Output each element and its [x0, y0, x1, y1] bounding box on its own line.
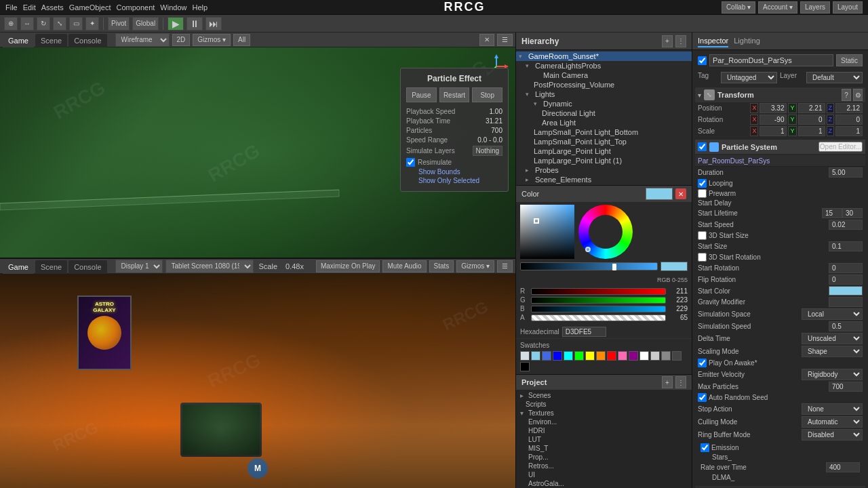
ps-looping-check[interactable]	[698, 179, 707, 188]
ps-3d-rotation-check[interactable]	[698, 253, 707, 262]
ps-lifetime-val1[interactable]	[822, 208, 842, 218]
tag-dropdown[interactable]: Untagged	[721, 72, 777, 83]
scene-all-button[interactable]: All	[233, 34, 250, 46]
swatch-2[interactable]	[542, 351, 551, 361]
ps-lifetime-val2[interactable]	[842, 208, 863, 218]
swatch-12[interactable]	[650, 351, 660, 361]
tree-item-lamp-large[interactable]: LampLarge_Point Light	[516, 146, 692, 156]
menu-edit[interactable]: Edit	[23, 3, 36, 12]
ps-rate-input[interactable]	[826, 462, 860, 472]
scene-gizmos-button[interactable]: Gizmos ▾	[193, 34, 231, 46]
global-button[interactable]: Global	[132, 17, 159, 30]
gizmos-btn[interactable]: Gizmos ▾	[456, 260, 494, 272]
sc-y-val[interactable]: 1	[798, 126, 825, 136]
static-btn[interactable]: Static	[836, 54, 863, 66]
tree-item-main-camera[interactable]: Main Camera	[516, 70, 692, 80]
swatch-9[interactable]	[618, 351, 627, 361]
account-button[interactable]: Account ▾	[758, 1, 797, 14]
tree-item-gameroom[interactable]: ▾ GameRoom_Sunset*	[516, 52, 692, 61]
rect-tool-btn[interactable]: ▭	[69, 17, 83, 30]
rot-x-val[interactable]: -90	[760, 115, 787, 125]
game-menu-btn[interactable]: ☰	[497, 260, 513, 272]
ps-open-editor-btn[interactable]: Open Editor...	[818, 142, 863, 152]
display-dropdown[interactable]: Display 1	[115, 260, 163, 273]
layout-button[interactable]: Layout	[833, 1, 863, 14]
inspector-tab-inspector[interactable]: Inspector	[698, 35, 728, 47]
hierarchy-menu-btn[interactable]: ⋮	[675, 35, 686, 47]
ps-emission-check[interactable]	[701, 443, 709, 452]
rotate-tool-btn[interactable]: ↻	[37, 17, 50, 30]
ps-prewarm-check[interactable]	[698, 189, 707, 198]
2d-button[interactable]: 2D	[172, 34, 191, 46]
project-menu-btn[interactable]: ⋮	[675, 376, 686, 388]
tree-item-lamp-large-1[interactable]: LampLarge_Point Light (1)	[516, 156, 692, 165]
proj-hdri[interactable]: HDRI	[516, 426, 692, 435]
particle-resimulate-check[interactable]	[406, 158, 415, 167]
tree-item-probes[interactable]: ▸ Probes	[516, 165, 692, 175]
ps-stop-action-dropdown[interactable]: None	[802, 403, 863, 415]
color-picker-close[interactable]: ✕	[675, 188, 686, 199]
swatch-8[interactable]	[607, 351, 616, 361]
transform-tool-btn[interactable]: ⊕	[4, 17, 18, 30]
multi-tool-btn[interactable]: ✦	[85, 17, 99, 30]
scene-close-btn[interactable]: ✕	[479, 34, 494, 46]
ps-3d-size-check[interactable]	[698, 231, 707, 240]
hex-input[interactable]	[562, 327, 606, 337]
transform-settings-btn[interactable]: ⚙	[853, 89, 863, 101]
ps-start-color-swatch[interactable]	[829, 286, 863, 296]
mute-btn[interactable]: Mute Audio	[382, 260, 426, 272]
maximize-btn[interactable]: Maximize On Play	[316, 260, 380, 272]
proj-textures[interactable]: ▾ Textures	[516, 409, 692, 418]
swatch-10[interactable]	[629, 351, 638, 361]
ps-scaling-dropdown[interactable]: Shape	[802, 346, 863, 357]
color-preview-swatch[interactable]	[646, 188, 673, 200]
b-slider[interactable]	[531, 306, 666, 312]
ps-emitter-dropdown[interactable]: Rigidbody	[802, 369, 863, 380]
proj-prop[interactable]: Prop...	[516, 453, 692, 462]
rot-y-val[interactable]: 0	[798, 115, 825, 125]
proj-astro[interactable]: AstroGala...	[516, 479, 692, 488]
color-wheel-container[interactable]	[578, 205, 633, 259]
hierarchy-add-btn[interactable]: +	[662, 35, 673, 47]
pivot-button[interactable]: Pivot	[108, 17, 130, 30]
swatch-15[interactable]	[520, 362, 530, 371]
game-canvas[interactable]: ASTROGALAXY RRCG RRCG RRCG M	[0, 274, 515, 488]
ps-gravity-input[interactable]	[829, 297, 863, 307]
particle-simulate-value[interactable]: Nothing	[473, 146, 502, 156]
tree-item-directional[interactable]: Directional Light	[516, 108, 692, 118]
tree-item-post-processing[interactable]: PostProcessing_Volume	[516, 80, 692, 89]
swatch-13[interactable]	[661, 351, 671, 361]
object-name-input[interactable]	[709, 54, 833, 66]
transform-help-btn[interactable]: ?	[842, 89, 851, 101]
stats-btn[interactable]: Stats	[429, 260, 454, 272]
tab-scene[interactable]: Scene	[35, 34, 67, 47]
tab-scene-bottom[interactable]: Scene	[35, 260, 67, 274]
proj-ui[interactable]: UI	[516, 470, 692, 479]
proj-environ[interactable]: Environ...	[516, 418, 692, 426]
tree-item-lights[interactable]: ▾ Lights	[516, 89, 692, 99]
ps-play-awake-check[interactable]	[698, 359, 707, 367]
ps-start-size-input[interactable]	[829, 241, 863, 251]
scene-menu-btn[interactable]: ☰	[497, 34, 513, 46]
project-add-btn[interactable]: +	[662, 376, 673, 388]
scene-canvas[interactable]: RRCG RRCG RRCG	[0, 47, 515, 258]
menu-assets[interactable]: Assets	[41, 3, 64, 12]
tree-item-camera-lights[interactable]: ▾ CameraLightsProbs	[516, 61, 692, 70]
swatch-1[interactable]	[531, 351, 540, 361]
pos-x-val[interactable]: 3.32	[760, 103, 787, 113]
object-active-check[interactable]	[698, 56, 707, 65]
swatch-14[interactable]	[672, 351, 682, 361]
pause-button[interactable]: ⏸	[186, 17, 203, 30]
swatch-0[interactable]	[520, 351, 530, 361]
swatch-7[interactable]	[596, 351, 606, 361]
proj-scenes[interactable]: ▸ Scenes	[516, 391, 692, 400]
particle-pause-btn[interactable]: Pause	[406, 87, 437, 102]
proj-scripts[interactable]: Scripts	[516, 400, 692, 409]
pos-y-val[interactable]: 2.21	[798, 103, 825, 113]
menu-file[interactable]: File	[5, 3, 18, 12]
particle-bounds-label[interactable]: Show Bounds	[418, 168, 460, 176]
menu-component[interactable]: Component	[116, 3, 155, 12]
a-slider[interactable]	[531, 314, 666, 321]
ps-duration-input[interactable]	[829, 167, 863, 178]
wireframe-dropdown[interactable]: Wireframe	[115, 33, 170, 47]
